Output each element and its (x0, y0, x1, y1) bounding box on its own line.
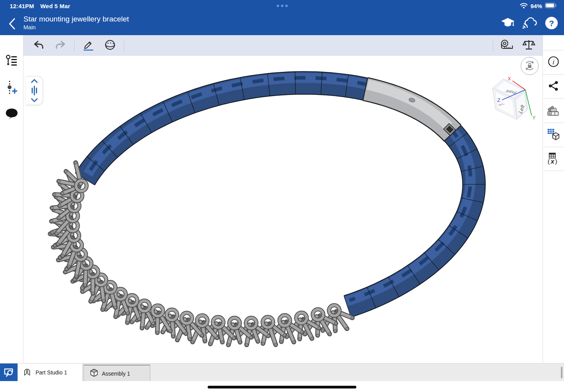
variables-button[interactable]: ( x ) (543, 147, 564, 171)
home-indicator[interactable] (208, 386, 356, 388)
app-header: Star mounting jewellery bracelet Main (0, 12, 564, 35)
toolbar-divider (493, 40, 493, 52)
info-icon: i (547, 55, 560, 69)
workspace-name: Main (23, 24, 129, 31)
assembly-icon (89, 368, 99, 379)
measure-button[interactable] (499, 37, 515, 54)
graduation-cap-icon (500, 17, 515, 30)
svg-text:): ) (555, 158, 557, 165)
configuration-table-cube-icon (546, 128, 560, 142)
document-tab-bar: Part Studio 1 Assembly 1 (0, 363, 564, 381)
sketch-button[interactable] (80, 37, 96, 54)
part-studio-icon (23, 367, 32, 378)
learning-center-button[interactable] (500, 15, 516, 32)
svg-text:?: ? (549, 18, 554, 27)
rotate-lock-icon (523, 59, 536, 73)
redo-icon (55, 40, 66, 51)
tab-part-studio-label: Part Studio 1 (36, 369, 67, 376)
svg-text:x: x (550, 158, 555, 165)
rotation-lock-button[interactable] (521, 57, 539, 75)
wifi-icon (520, 2, 528, 10)
onshape-app-window: 12:41PM Wed 5 Mar 94% (0, 0, 564, 392)
axis-y-label: Y (532, 115, 536, 121)
svg-text:i: i (553, 59, 555, 66)
toolbar (23, 35, 543, 56)
insert-feature-button[interactable] (3, 79, 20, 96)
undo-button[interactable] (30, 37, 47, 54)
undo-icon (33, 40, 44, 51)
comments-button[interactable] (3, 106, 20, 123)
right-panel: i (543, 35, 564, 363)
share-button[interactable] (543, 74, 564, 98)
tabbar-scrollbar[interactable] (561, 367, 562, 378)
tape-measure-icon (500, 39, 514, 52)
svg-text:(: ( (548, 158, 550, 165)
view-cube[interactable]: Front Left Top X Z Y (490, 77, 541, 123)
offline-sync-button[interactable] (522, 15, 537, 32)
appearance-swatches-icon (546, 104, 560, 118)
scale-balance-icon (522, 39, 536, 52)
share-icon (548, 80, 559, 93)
tab-search-icon (3, 367, 15, 379)
tab-assembly[interactable]: Assembly 1 (84, 365, 150, 381)
back-button[interactable] (5, 16, 20, 32)
status-bar: 12:41PM Wed 5 Mar 94% (0, 0, 564, 12)
multitasking-dots-icon[interactable] (0, 0, 564, 12)
tab-assembly-label: Assembly 1 (102, 371, 130, 377)
mass-properties-button[interactable] (521, 37, 537, 54)
search-tabs-button[interactable] (0, 363, 18, 381)
home-area (0, 381, 564, 392)
feature-list-button[interactable] (3, 53, 20, 70)
axis-x-label: X (508, 77, 511, 82)
toolbar-divider (74, 40, 75, 52)
bracelet-model (23, 56, 543, 363)
feature-list-icon (5, 54, 18, 69)
viewport-canvas[interactable]: Front Left Top X Z Y (23, 56, 543, 363)
insert-plus-icon (5, 80, 18, 96)
feature-panel-handle[interactable] (26, 76, 43, 105)
tab-part-studio[interactable]: Part Studio 1 (18, 363, 83, 381)
appearance-button[interactable] (543, 98, 564, 123)
cloud-sync-icon (522, 17, 537, 30)
toolbar-divider (124, 40, 124, 52)
sphere-icon (104, 39, 116, 52)
axis-z-label: Z (497, 97, 500, 103)
help-button[interactable]: ? (544, 15, 559, 32)
document-title: Star mounting jewellery bracelet (23, 14, 129, 24)
variable-table-icon: ( x ) (546, 152, 560, 166)
help-icon: ? (545, 16, 558, 31)
battery-percent: 94% (530, 3, 542, 9)
comment-icon (5, 108, 19, 121)
primitive-part-button[interactable] (102, 37, 118, 54)
left-sidebar (0, 35, 23, 363)
battery-icon (545, 3, 557, 9)
pencil-icon (82, 39, 94, 52)
info-button[interactable]: i (543, 50, 564, 74)
configurations-button[interactable] (543, 123, 564, 147)
redo-button[interactable] (52, 37, 69, 54)
